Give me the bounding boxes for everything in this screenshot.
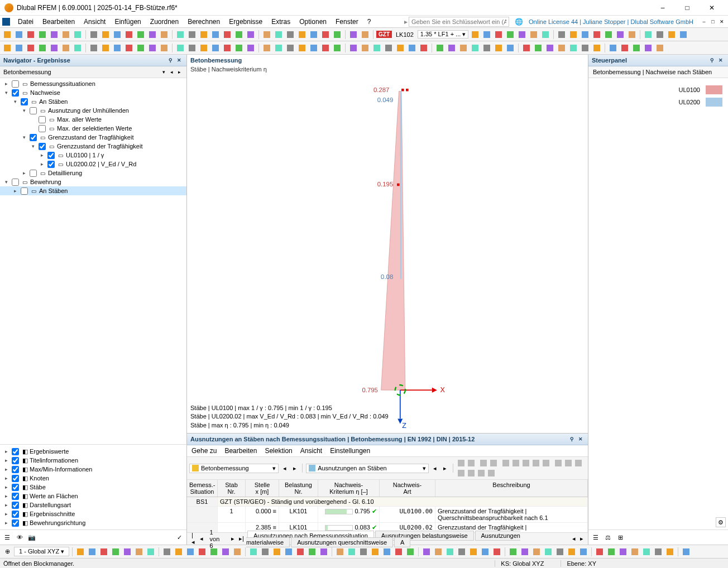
toolbar-button[interactable] bbox=[134, 547, 144, 557]
toolbar-button[interactable] bbox=[147, 43, 157, 53]
tree-item[interactable]: ▾▭Grenzzustand der Tragfähigkeit bbox=[0, 133, 186, 142]
toolbar-button[interactable] bbox=[533, 43, 543, 53]
toolbar-button[interactable] bbox=[209, 547, 219, 557]
toolbar-button[interactable] bbox=[370, 547, 380, 557]
search-arrow-icon[interactable]: ▸ bbox=[404, 18, 408, 26]
legend-list-button[interactable]: ☰ bbox=[591, 532, 601, 542]
toolbar-button[interactable] bbox=[592, 30, 602, 40]
control-panel-tool-button[interactable]: ⚙ bbox=[716, 517, 726, 527]
tree-expand-icon[interactable]: ▸ bbox=[2, 81, 10, 86]
nav-camera-button[interactable]: 📷 bbox=[27, 532, 37, 542]
toolbar-button[interactable] bbox=[372, 43, 382, 53]
tree-checkbox[interactable] bbox=[12, 179, 19, 186]
results-tab[interactable]: A bbox=[394, 537, 410, 547]
toolbar-button[interactable] bbox=[595, 547, 605, 557]
menu-datei[interactable]: Datei bbox=[13, 16, 38, 27]
toolbar-button[interactable] bbox=[274, 43, 284, 53]
toolbar-button[interactable] bbox=[112, 30, 122, 40]
toolbar-button[interactable] bbox=[382, 547, 392, 557]
tree-expand-icon[interactable]: ▸ bbox=[11, 188, 19, 194]
toolbar-button[interactable] bbox=[14, 30, 24, 40]
results-menu-item[interactable]: Ansicht bbox=[300, 447, 322, 455]
option-expand-icon[interactable]: ▸ bbox=[2, 502, 10, 508]
tree-checkbox[interactable] bbox=[47, 152, 55, 159]
toolbar-button[interactable] bbox=[159, 43, 169, 53]
toolbar-button[interactable] bbox=[384, 43, 394, 53]
results-tool-button[interactable] bbox=[478, 458, 488, 468]
toolbar-button[interactable] bbox=[295, 547, 305, 557]
toolbar-button[interactable] bbox=[26, 30, 36, 40]
toolbar-button[interactable] bbox=[445, 547, 455, 557]
toolbar-button[interactable] bbox=[620, 43, 630, 53]
tree-checkbox[interactable] bbox=[39, 143, 46, 150]
tree-expand-icon[interactable]: ▸ bbox=[20, 170, 28, 176]
coord-button[interactable]: ⊕ bbox=[2, 547, 12, 557]
toolbar-button[interactable] bbox=[568, 43, 578, 53]
results-menu-item[interactable]: Gehe zu bbox=[191, 447, 217, 455]
toolbar-button[interactable] bbox=[262, 43, 272, 53]
menu-extras[interactable]: Extras bbox=[267, 16, 295, 27]
toolbar-button[interactable] bbox=[508, 547, 518, 557]
toolbar-button[interactable] bbox=[335, 547, 345, 557]
toolbar-button[interactable] bbox=[221, 547, 231, 557]
display-option-checkbox[interactable] bbox=[12, 493, 19, 500]
tree-checkbox[interactable] bbox=[12, 80, 19, 88]
table-header-cell[interactable]: Nachweis-Kriterium η [–] bbox=[318, 480, 380, 497]
toolbar-button[interactable] bbox=[468, 547, 478, 557]
results-menu-item[interactable]: Selektion bbox=[265, 447, 292, 455]
toolbar-button[interactable] bbox=[641, 547, 652, 557]
toolbar-button[interactable] bbox=[557, 43, 567, 53]
display-option-checkbox[interactable] bbox=[12, 457, 19, 464]
toolbar-button[interactable] bbox=[615, 30, 625, 40]
toolbar-button[interactable] bbox=[73, 43, 83, 53]
toolbar-button[interactable] bbox=[185, 547, 195, 557]
display-option-checkbox[interactable] bbox=[12, 466, 19, 473]
toolbar-button[interactable] bbox=[210, 43, 221, 53]
tree-expand-icon[interactable]: ▾ bbox=[20, 108, 28, 113]
toolbar-button[interactable] bbox=[505, 30, 515, 40]
results-tool-button[interactable] bbox=[573, 458, 583, 468]
toolbar-button[interactable] bbox=[234, 43, 244, 53]
navigator-close-icon[interactable]: ✕ bbox=[175, 56, 183, 64]
results-tool-button[interactable] bbox=[466, 468, 476, 478]
toolbar-button[interactable] bbox=[482, 30, 492, 40]
legend-scale-button[interactable]: ⚖ bbox=[603, 532, 613, 542]
toolbar-button[interactable] bbox=[99, 547, 109, 557]
results-close-icon[interactable]: ✕ bbox=[577, 435, 585, 443]
table-header-cell[interactable]: Nachweis-Art bbox=[380, 480, 435, 497]
toolbar-button[interactable] bbox=[187, 30, 197, 40]
display-option-checkbox[interactable] bbox=[12, 519, 19, 527]
toolbar-button[interactable] bbox=[435, 43, 445, 53]
results-tool-button[interactable] bbox=[486, 468, 496, 478]
toolbar-button[interactable] bbox=[146, 547, 156, 557]
option-expand-icon[interactable]: ▸ bbox=[2, 449, 10, 454]
toolbar-button[interactable] bbox=[545, 43, 555, 53]
table-header-cell[interactable]: Beschreibung bbox=[435, 480, 588, 497]
tree-item[interactable]: ▸▭UL0100 | 1 / γ bbox=[0, 151, 186, 160]
option-expand-icon[interactable]: ▸ bbox=[2, 511, 10, 517]
tree-item[interactable]: ▭Max. der selektierten Werte bbox=[0, 124, 186, 133]
results-tool-button[interactable] bbox=[553, 458, 563, 468]
toolbar-button[interactable] bbox=[87, 547, 97, 557]
toolbar-button[interactable] bbox=[631, 43, 641, 53]
tree-checkbox[interactable] bbox=[30, 134, 37, 141]
toolbar-button[interactable] bbox=[580, 30, 590, 40]
toolbar-button[interactable] bbox=[655, 30, 665, 40]
toolbar-button[interactable] bbox=[494, 43, 504, 53]
table-group-row[interactable]: BS1 GZT (STR/GEO) - Ständig und vorüberg… bbox=[187, 497, 588, 507]
toolbar-button[interactable] bbox=[422, 547, 432, 557]
toolbar-button[interactable] bbox=[197, 547, 207, 557]
toolbar-button[interactable] bbox=[297, 30, 307, 40]
results-tool-button[interactable] bbox=[521, 458, 531, 468]
toolbar-button[interactable] bbox=[49, 30, 59, 40]
tree-item[interactable]: ▾▭An Stäben bbox=[0, 97, 186, 106]
tree-checkbox[interactable] bbox=[30, 170, 37, 177]
toolbar-button[interactable] bbox=[73, 30, 83, 40]
results-select-design[interactable]: Betonbemessung ▾ bbox=[189, 464, 279, 473]
toolbar-button[interactable] bbox=[360, 43, 370, 53]
table-header-cell[interactable]: Bemess.-Situation bbox=[187, 480, 218, 497]
toolbar-button[interactable] bbox=[136, 30, 146, 40]
tree-item[interactable]: ▾▭Ausnutzung der Umhüllenden bbox=[0, 106, 186, 115]
toolbar-button[interactable] bbox=[480, 547, 490, 557]
results-tool-button[interactable] bbox=[488, 458, 499, 468]
